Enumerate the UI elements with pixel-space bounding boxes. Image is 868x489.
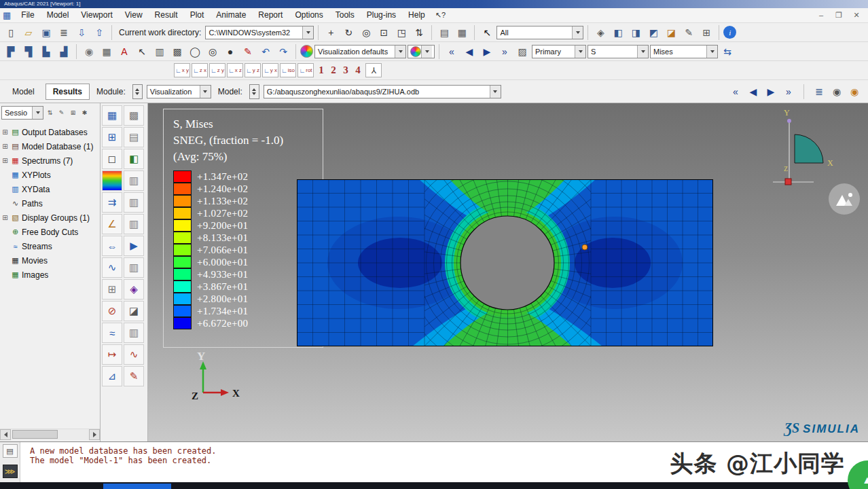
- next-image-icon[interactable]: ▶: [763, 84, 779, 100]
- model-combo[interactable]: G:/abaquszonghexunliao/abaqus9/ZIHUA.odb: [264, 85, 501, 98]
- magnify-view-icon[interactable]: ◎: [358, 24, 374, 41]
- erase-annotation-icon[interactable]: ✎: [240, 43, 256, 60]
- menu-result[interactable]: Result: [149, 8, 184, 22]
- plot-contours-icon[interactable]: [102, 170, 122, 191]
- allow-multiple-plot-states-icon[interactable]: ⊞: [102, 279, 122, 300]
- text-annotation-icon[interactable]: A: [116, 43, 132, 60]
- pan-view-icon[interactable]: +: [323, 24, 339, 41]
- menu-help[interactable]: Help: [402, 8, 431, 22]
- scrollbar-track[interactable]: [11, 429, 89, 440]
- color-palette-combo[interactable]: [408, 45, 435, 58]
- tree-horizontal-scrollbar[interactable]: [0, 429, 100, 440]
- field-output-position-combo[interactable]: Primary: [532, 45, 586, 58]
- scene-view-button[interactable]: [829, 183, 860, 215]
- record-movie-icon[interactable]: ◉: [846, 84, 863, 100]
- close-button[interactable]: ✕: [848, 11, 865, 20]
- sync-frames-icon[interactable]: ⇆: [719, 43, 736, 60]
- scroll-left-icon[interactable]: [0, 429, 11, 440]
- tree-edit-icon[interactable]: ✎: [56, 108, 67, 118]
- dropdown-arrow-icon[interactable]: [572, 26, 583, 39]
- maximize-button[interactable]: ❐: [830, 11, 848, 20]
- fit-view-icon[interactable]: ◳: [393, 24, 410, 41]
- user-view-2-icon[interactable]: 2: [328, 64, 339, 77]
- tree-item-spectrums-7[interactable]: ⊞▦Spectrums (7): [1, 153, 100, 168]
- context-help-icon[interactable]: ↖?: [435, 11, 446, 20]
- tree-item-movies[interactable]: ▦Movies: [1, 253, 100, 268]
- select-cursor-icon[interactable]: ↖: [479, 24, 495, 41]
- expand-icon[interactable]: ⊞: [1, 143, 9, 150]
- dropdown-arrow-icon[interactable]: [32, 107, 43, 119]
- tree-item-display-groups-1[interactable]: ⊞▧Display Groups (1): [1, 211, 100, 225]
- command-line-icon[interactable]: ⋙: [3, 465, 18, 478]
- view-iso-icon[interactable]: iso: [280, 63, 296, 77]
- create-xy-data-icon[interactable]: ⊿: [102, 366, 122, 386]
- import-file-icon[interactable]: ⇧: [91, 24, 107, 41]
- tree-spin-icon[interactable]: ⇅: [45, 108, 55, 118]
- dropdown-arrow-icon[interactable]: [421, 46, 432, 58]
- tree-add-icon[interactable]: ⊞: [68, 108, 78, 118]
- create-annotation-icon[interactable]: ✎: [681, 24, 697, 41]
- viewport[interactable]: S, Mises SNEG, (fraction = -1.0) (Avg: 7…: [148, 103, 868, 441]
- cycle-views-icon[interactable]: ⇅: [411, 24, 427, 41]
- stream-options-icon[interactable]: ▥: [124, 323, 144, 343]
- view-front-icon[interactable]: x y: [174, 63, 190, 77]
- create-field-output-icon[interactable]: ⊞: [102, 127, 122, 147]
- first-frame-icon[interactable]: «: [444, 43, 460, 60]
- result-options-icon[interactable]: ▩: [124, 105, 144, 126]
- minimize-button[interactable]: –: [812, 11, 830, 20]
- expand-icon[interactable]: ⊞: [1, 157, 9, 164]
- tab-model[interactable]: Model: [5, 84, 41, 99]
- tree-options-icon[interactable]: ✱: [79, 108, 90, 118]
- tree-item-output-databases[interactable]: ⊞▤Output Databases: [1, 125, 100, 139]
- annotation-options-icon[interactable]: ▩: [169, 43, 185, 60]
- plot-symbols-icon[interactable]: ⇉: [102, 192, 122, 213]
- snapshot-camera-icon[interactable]: ◉: [829, 84, 845, 100]
- view-right-icon[interactable]: y x: [262, 63, 278, 77]
- viewport-tile-icon[interactable]: ◩: [645, 24, 662, 41]
- dropdown-arrow-icon[interactable]: [302, 26, 313, 39]
- menu-view[interactable]: View: [119, 8, 149, 22]
- tree-root-combo[interactable]: Sessio: [1, 106, 43, 120]
- print-viewport-icon[interactable]: ≣: [811, 84, 827, 100]
- play-animation-icon[interactable]: ▶: [479, 43, 495, 60]
- field-output-variable-combo[interactable]: S: [587, 45, 649, 58]
- plot-deformed-shape-icon[interactable]: ◧: [124, 149, 144, 169]
- free-body-cut-icon[interactable]: ⊘: [102, 301, 122, 321]
- stress-contour-plot[interactable]: [297, 179, 713, 346]
- rotate-view-icon[interactable]: ↻: [340, 24, 357, 41]
- export-file-icon[interactable]: ⇩: [73, 24, 90, 41]
- view-rotate-icon[interactable]: rot: [297, 63, 314, 77]
- model-spinner[interactable]: [249, 84, 259, 99]
- previous-frame-icon[interactable]: ◀: [461, 43, 477, 60]
- new-model-icon[interactable]: ▯: [3, 24, 19, 41]
- user-view-1-icon[interactable]: 1: [316, 64, 327, 77]
- query-info-icon[interactable]: ◈: [592, 24, 609, 41]
- material-orientations-icon[interactable]: ∠: [102, 214, 122, 234]
- frame-selector-icon[interactable]: ▤: [124, 127, 144, 147]
- view-bottom-icon[interactable]: x z: [227, 63, 243, 77]
- last-image-icon[interactable]: »: [780, 84, 797, 100]
- viewport-split-h-icon[interactable]: ◧: [610, 24, 626, 41]
- animate-time-history-icon[interactable]: ▶: [124, 236, 144, 256]
- render-wireframe-icon[interactable]: ▤: [436, 24, 452, 41]
- redo-icon[interactable]: ↷: [275, 43, 291, 60]
- edit-user-views-icon[interactable]: ⅄: [365, 63, 382, 77]
- edit-annotation-icon[interactable]: ▥: [151, 43, 168, 60]
- tree-item-xydata[interactable]: ▥XYData: [1, 182, 100, 196]
- tree-item-free-body-cuts[interactable]: ⊕Free Body Cuts: [1, 225, 100, 239]
- menu-model[interactable]: Model: [41, 8, 75, 22]
- viewport-layout-2-icon[interactable]: ▜: [20, 43, 37, 60]
- view-back-icon[interactable]: z x: [192, 63, 208, 77]
- expand-icon[interactable]: ⊞: [1, 128, 9, 136]
- open-model-icon[interactable]: ▱: [20, 24, 37, 41]
- ellipse-open-icon[interactable]: ◯: [187, 43, 203, 60]
- dropdown-arrow-icon[interactable]: [575, 46, 585, 58]
- box-zoom-icon[interactable]: ⊡: [376, 24, 392, 41]
- first-image-icon[interactable]: «: [727, 84, 744, 100]
- symbol-options-icon[interactable]: ▥: [124, 192, 144, 213]
- scroll-right-icon[interactable]: [89, 429, 100, 440]
- module-spinner[interactable]: [132, 84, 143, 99]
- user-view-4-icon[interactable]: 4: [352, 64, 363, 77]
- dropdown-arrow-icon[interactable]: [490, 86, 501, 98]
- user-view-3-icon[interactable]: 3: [340, 64, 351, 77]
